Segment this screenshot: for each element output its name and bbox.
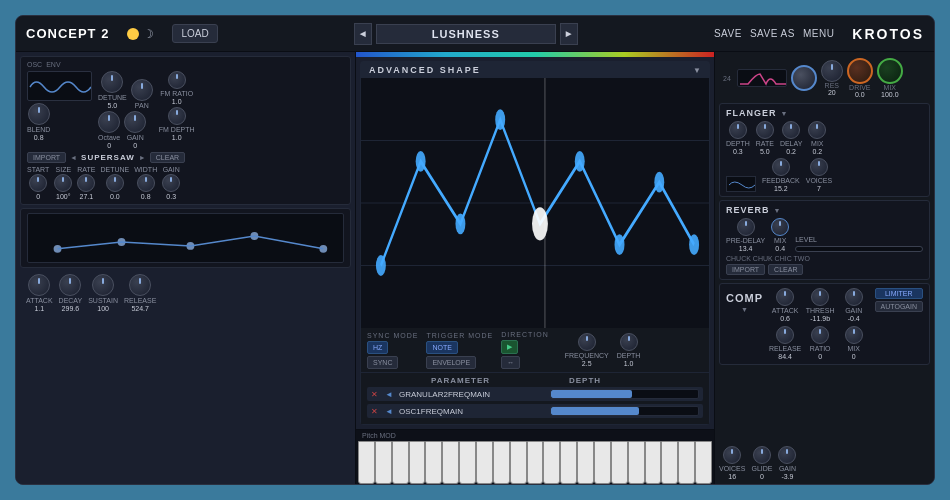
- reverb-mix-knob[interactable]: [771, 218, 789, 236]
- decay-group: DECAY 299.6: [59, 274, 83, 312]
- detune2-knob[interactable]: [106, 174, 124, 192]
- load-button[interactable]: LOAD: [172, 24, 217, 43]
- start-knob[interactable]: [29, 174, 47, 192]
- import-button[interactable]: IMPORT: [27, 152, 66, 163]
- key-e3[interactable]: [628, 441, 645, 484]
- flanger-mix-knob[interactable]: [808, 121, 826, 139]
- flanger-rate-group: RATE 5.0: [756, 121, 774, 155]
- flanger-knobs: DEPTH 0.3 RATE 5.0 DELAY 0.2: [726, 121, 923, 155]
- flanger-delay-value: 0.2: [786, 148, 796, 155]
- key-c3[interactable]: [594, 441, 611, 484]
- sync-mode-group: SYNC MODE HZ SYNC: [367, 332, 418, 369]
- flanger-rate-knob[interactable]: [756, 121, 774, 139]
- sun-icon[interactable]: [127, 28, 139, 40]
- reverb-predelay-knob[interactable]: [737, 218, 755, 236]
- flanger-voices-knob[interactable]: [810, 158, 828, 176]
- key-f[interactable]: [409, 441, 426, 484]
- shape-collapse-icon[interactable]: ▼: [693, 66, 701, 75]
- octave-value: 0: [107, 142, 111, 149]
- voices-knob[interactable]: [723, 446, 741, 464]
- key-a3[interactable]: [678, 441, 695, 484]
- attack-knob[interactable]: [28, 274, 50, 296]
- save-button[interactable]: SAVE: [714, 28, 742, 39]
- clear-button[interactable]: CLEAR: [150, 152, 185, 163]
- key-c2[interactable]: [476, 441, 493, 484]
- release-knob[interactable]: [129, 274, 151, 296]
- comp-thresh-knob[interactable]: [811, 288, 829, 306]
- rate-knob[interactable]: [77, 174, 95, 192]
- glide-knob[interactable]: [753, 446, 771, 464]
- gain-knob[interactable]: [124, 111, 146, 133]
- size-knob[interactable]: [54, 174, 72, 192]
- limiter-button[interactable]: LIMITER: [875, 288, 923, 299]
- key-f3[interactable]: [645, 441, 662, 484]
- frequency-knob[interactable]: [578, 333, 596, 351]
- key-g[interactable]: [425, 441, 442, 484]
- reverb-clear-button[interactable]: CLEAR: [768, 264, 803, 275]
- comp-release-knob[interactable]: [776, 326, 794, 344]
- sustain-knob[interactable]: [92, 274, 114, 296]
- remove-param-1-button[interactable]: ✕: [371, 407, 381, 416]
- comp-ratio-knob[interactable]: [811, 326, 829, 344]
- width-knob[interactable]: [137, 174, 155, 192]
- hz-button[interactable]: HZ: [367, 341, 388, 354]
- sync-button[interactable]: SYNC: [367, 356, 398, 369]
- fm-depth-knob[interactable]: [168, 107, 186, 125]
- key-e2[interactable]: [510, 441, 527, 484]
- comp-expand-icon[interactable]: ▼: [741, 306, 748, 313]
- mix-knob[interactable]: [877, 58, 903, 84]
- blend-knob[interactable]: [28, 103, 50, 125]
- drive-label: DRIVE: [849, 84, 870, 91]
- note-button[interactable]: NOTE: [426, 341, 457, 354]
- key-e[interactable]: [392, 441, 409, 484]
- sustain-value: 100: [97, 305, 109, 312]
- detune-knob[interactable]: [101, 71, 123, 93]
- fm-ratio-knob[interactable]: [168, 71, 186, 89]
- key-a[interactable]: [442, 441, 459, 484]
- key-d3[interactable]: [611, 441, 628, 484]
- key-b3[interactable]: [695, 441, 712, 484]
- drive-knob[interactable]: [847, 58, 873, 84]
- cutoff-knob[interactable]: [791, 65, 817, 91]
- comp-mix-knob[interactable]: [845, 326, 863, 344]
- key-d[interactable]: [375, 441, 392, 484]
- reverb-expand-icon[interactable]: ▼: [774, 207, 781, 214]
- next-preset-button[interactable]: ►: [560, 23, 578, 45]
- save-as-button[interactable]: SAVE AS: [750, 28, 795, 39]
- autogain-button[interactable]: AUTOGAIN: [875, 301, 923, 312]
- menu-button[interactable]: MENU: [803, 28, 834, 39]
- key-b2[interactable]: [577, 441, 594, 484]
- play-forward-button[interactable]: ▶: [501, 340, 518, 354]
- flanger-delay-knob[interactable]: [782, 121, 800, 139]
- moon-icon[interactable]: ☽: [143, 27, 154, 41]
- flanger-depth-knob[interactable]: [729, 121, 747, 139]
- flanger-rate-value: 5.0: [760, 148, 770, 155]
- key-g2[interactable]: [543, 441, 560, 484]
- key-d2[interactable]: [493, 441, 510, 484]
- comp-attack-knob[interactable]: [776, 288, 794, 306]
- pan-knob[interactable]: [131, 79, 153, 101]
- key-b[interactable]: [459, 441, 476, 484]
- play-both-button[interactable]: ↔: [501, 356, 520, 369]
- envelope-button[interactable]: ENVELOPE: [426, 356, 476, 369]
- key-a2[interactable]: [560, 441, 577, 484]
- key-f2[interactable]: [527, 441, 544, 484]
- flanger-feedback-knob[interactable]: [772, 158, 790, 176]
- key-g3[interactable]: [661, 441, 678, 484]
- comp-gain-knob[interactable]: [845, 288, 863, 306]
- decay-knob[interactable]: [59, 274, 81, 296]
- reverb-level-group: LEVEL: [795, 228, 923, 252]
- reverb-level-slider[interactable]: [795, 246, 923, 252]
- gain2-value: 0.3: [166, 193, 176, 200]
- reverb-import-button[interactable]: IMPORT: [726, 264, 765, 275]
- remove-param-0-button[interactable]: ✕: [371, 390, 381, 399]
- prev-preset-button[interactable]: ◄: [354, 23, 372, 45]
- res-knob[interactable]: [821, 60, 843, 82]
- key-c[interactable]: [358, 441, 375, 484]
- gain2-knob[interactable]: [162, 174, 180, 192]
- depth-knob[interactable]: [620, 333, 638, 351]
- octave-knob[interactable]: [98, 111, 120, 133]
- master-gain-knob[interactable]: [778, 446, 796, 464]
- flanger-expand-icon[interactable]: ▼: [781, 110, 788, 117]
- synth-main: CONCEPT 2 ☽ LOAD ◄ LUSHNESS ► SAVE SAVE …: [15, 15, 935, 485]
